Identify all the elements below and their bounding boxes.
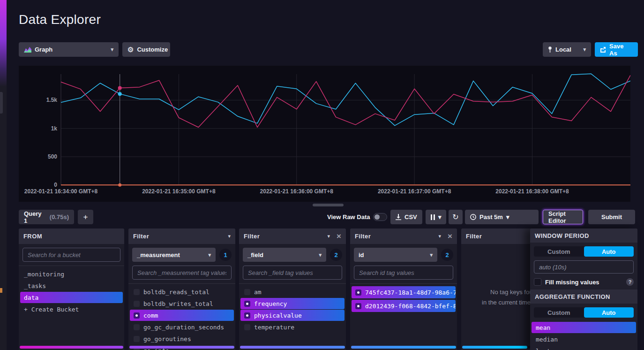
refresh-button[interactable]: ↻ [449, 210, 463, 224]
query-tab[interactable]: Query 1 (0.75s) [19, 210, 74, 224]
save-as-button[interactable]: Save As [595, 42, 638, 57]
window-period-panel: WINDOW PERIOD Custom Auto Fill missing v… [530, 228, 637, 350]
checkbox-checked[interactable] [244, 301, 250, 307]
refresh-icon: ↻ [452, 213, 458, 221]
csv-label: CSV [404, 213, 417, 221]
download-icon [396, 214, 401, 220]
checkbox-unchecked[interactable] [244, 289, 250, 295]
tag-value-search-input[interactable] [243, 266, 342, 280]
time-range-label: Past 5m [479, 213, 503, 221]
tag-value-item-selected[interactable]: physicalvalue [240, 310, 344, 321]
checkbox-checked[interactable] [244, 312, 250, 319]
close-icon[interactable]: × [337, 232, 341, 240]
chevron-down-icon: ▾ [583, 46, 586, 53]
chevron-down-icon: ▾ [506, 213, 509, 221]
tag-value-label: physicalvalue [254, 312, 302, 319]
tag-value-item[interactable]: go_goroutines [130, 333, 234, 344]
tag-value-item-selected[interactable]: frequency [240, 298, 344, 309]
selected-count-badge: 2 [441, 249, 453, 261]
tag-value-item[interactable]: boltdb_reads_total [130, 286, 234, 297]
help-icon[interactable]: ? [626, 278, 634, 286]
custom-option[interactable]: Custom [534, 246, 584, 257]
checkbox-unchecked[interactable] [134, 324, 140, 330]
checkbox-unchecked[interactable] [134, 301, 140, 307]
create-bucket-button[interactable]: + Create Bucket [20, 304, 123, 315]
svg-text:2022-01-21 16:37:00 GMT+8: 2022-01-21 16:37:00 GMT+8 [378, 188, 451, 195]
horizontal-scrollbar[interactable] [462, 346, 527, 349]
auto-option[interactable]: Auto [584, 246, 634, 257]
auto-option[interactable]: Auto [584, 307, 634, 318]
close-icon[interactable]: × [448, 232, 452, 240]
script-editor-button[interactable]: Script Editor [543, 210, 583, 224]
checkbox-unchecked[interactable] [244, 324, 250, 330]
horizontal-scrollbar[interactable] [20, 346, 123, 349]
chevron-down-icon[interactable]: ▾ [228, 233, 231, 239]
aggregate-function-item[interactable]: last [532, 345, 636, 350]
bucket-item[interactable]: _tasks [20, 280, 123, 291]
svg-text:0: 0 [54, 182, 57, 188]
tag-value-item[interactable]: temperature [240, 321, 344, 333]
export-icon [600, 46, 606, 53]
time-series-chart[interactable]: 05001k1.5k2022-01-21 16:34:00 GMT+82022-… [19, 66, 630, 202]
bucket-item[interactable]: _monitoring [20, 268, 123, 280]
tag-value-item-selected[interactable]: d2012439-f068-4842-bfef-8… [352, 300, 456, 312]
chevron-down-icon: ▾ [208, 252, 211, 258]
local-dropdown[interactable]: Local ▾ [543, 42, 591, 57]
tag-value-item[interactable]: am [240, 286, 344, 297]
submit-button[interactable]: Submit [588, 210, 635, 224]
bucket-label: data [24, 294, 38, 301]
pause-icon [431, 214, 435, 220]
customize-button[interactable]: ⚙ Customize [122, 42, 170, 57]
window-period-input[interactable] [534, 260, 634, 274]
horizontal-scrollbar[interactable] [351, 346, 456, 349]
tag-value-item-selected[interactable]: comm [130, 310, 234, 321]
chevron-down-icon[interactable]: ▾ [328, 233, 330, 239]
csv-download-button[interactable]: CSV [390, 210, 422, 224]
chevron-down-icon: ▾ [430, 252, 433, 258]
bucket-item-selected[interactable]: data [20, 292, 123, 303]
custom-option[interactable]: Custom [534, 307, 584, 318]
svg-text:2022-01-21 16:36:00 GMT+8: 2022-01-21 16:36:00 GMT+8 [260, 188, 334, 195]
resize-handle[interactable] [313, 204, 344, 206]
left-edge-strip [0, 0, 7, 350]
tag-value-label: d2012439-f068-4842-bfef-8… [365, 303, 456, 310]
tag-value-label: frequency [254, 300, 287, 307]
chevron-down-icon[interactable]: ▾ [439, 233, 442, 239]
graph-type-dropdown[interactable]: Graph ▾ [19, 42, 119, 57]
checkbox-checked[interactable] [355, 289, 361, 296]
time-range-dropdown[interactable]: Past 5m ▾ [465, 210, 539, 224]
from-panel-header: FROM [19, 228, 124, 244]
checkbox-checked[interactable] [355, 303, 361, 309]
tag-key-dropdown[interactable]: id ▾ [354, 248, 437, 262]
save-as-label: Save As [609, 43, 633, 57]
bucket-search-input[interactable] [22, 248, 120, 262]
tag-value-label: boltdb_reads_total [143, 289, 210, 296]
selected-count-badge: 2 [330, 249, 342, 261]
chevron-down-icon: ▾ [111, 46, 113, 53]
tag-value-item-selected[interactable]: 745fc437-18a1-48d7-98a6-7… [352, 286, 456, 298]
tag-key-dropdown[interactable]: _field ▾ [243, 248, 326, 262]
tag-value-item[interactable]: go_gc_duration_seconds [130, 321, 234, 333]
left-edge-marker [0, 288, 2, 293]
pause-dropdown-button[interactable]: ▾ [426, 210, 446, 224]
view-raw-data-toggle[interactable] [373, 213, 387, 221]
customize-label: Customize [137, 46, 168, 53]
tag-value-search-input[interactable] [354, 266, 453, 280]
aggregate-function-item-selected[interactable]: mean [532, 322, 636, 333]
from-title: FROM [23, 233, 42, 240]
horizontal-scrollbar[interactable] [240, 346, 345, 349]
tag-value-item[interactable]: boltdb_writes_total [130, 298, 234, 309]
tag-value-label: go_gc_duration_seconds [143, 324, 224, 331]
horizontal-scrollbar[interactable] [129, 346, 234, 349]
checkbox-unchecked[interactable] [134, 336, 140, 342]
checkbox-checked[interactable] [134, 312, 140, 319]
create-bucket-label: + Create Bucket [24, 306, 79, 313]
checkbox-unchecked[interactable] [134, 289, 140, 295]
add-query-button[interactable]: + [78, 210, 93, 224]
view-raw-data-label: View Raw Data [327, 213, 370, 221]
fill-missing-values-checkbox[interactable] [534, 278, 541, 286]
tag-value-search-input[interactable] [132, 266, 232, 280]
aggregate-function-item[interactable]: median [532, 334, 636, 345]
left-edge-tab [0, 92, 3, 114]
tag-key-dropdown[interactable]: _measurement ▾ [132, 248, 216, 262]
